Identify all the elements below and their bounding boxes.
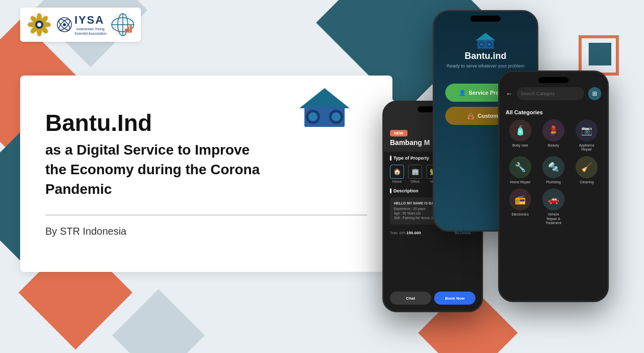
body-care-icon: 🧴 <box>509 119 531 142</box>
svg-point-26 <box>308 112 317 121</box>
subtitle-line-2: the Economy during the Corona <box>45 162 260 177</box>
category-appliance-repair[interactable]: 📷 ApplianceRepair <box>572 119 601 152</box>
logo-area: IYSA Indonesian YoungScientist Associati… <box>20 8 141 42</box>
svg-point-32 <box>480 43 484 46</box>
svg-point-14 <box>63 23 66 26</box>
globe-icon <box>111 13 135 37</box>
category-cleaning[interactable]: 🧹 Cleaning <box>572 156 601 184</box>
search-icon: ⊞ <box>592 90 597 97</box>
search-bar[interactable]: Search Category <box>517 87 584 100</box>
bantuind-floating-logo <box>297 86 352 133</box>
category-electronics[interactable]: 📻 Electronics <box>506 188 535 225</box>
bill-details-link[interactable]: Bill Details → <box>454 231 475 235</box>
provider-badge: NEW <box>390 130 408 136</box>
subtitle-line-3: Pandemic <box>45 181 112 197</box>
home-repair-icon: 🔧 <box>509 156 531 178</box>
plumbing-icon: 🔩 <box>542 156 565 178</box>
electronics-label: Electronics <box>512 213 529 217</box>
book-now-button[interactable]: Book Now <box>434 292 475 305</box>
phone-categories: ← Search Category ⊞ All Categories 🧴 Bod… <box>498 70 609 302</box>
svg-point-10 <box>37 23 41 27</box>
plumbing-label: Plumbing <box>546 180 560 184</box>
cleaning-label: Cleaning <box>580 180 594 184</box>
beauty-icon: 💄 <box>542 119 565 142</box>
electronics-icon: 📻 <box>509 188 531 210</box>
appliance-repair-label: ApplianceRepair <box>579 144 595 152</box>
subtitle-line-1: as a Digital Service to Improve <box>45 142 250 158</box>
total-label: Total: IDR 150.000 <box>390 231 421 235</box>
all-categories-title: All Categories <box>500 105 607 119</box>
svg-rect-22 <box>130 25 132 33</box>
customer-icon: 👜 <box>467 113 474 119</box>
category-vehicle-repair[interactable]: 🚗 VehicleRepair & Treatment <box>539 188 568 225</box>
bantuind-tagline: Ready to serve whatever your problem <box>447 63 525 68</box>
property-home[interactable]: 🏠 Home <box>390 165 404 183</box>
home-label: Home <box>392 180 402 183</box>
iysa-subtitle: Indonesian YoungScientist Association <box>74 27 107 36</box>
search-button[interactable]: ⊞ <box>588 87 601 100</box>
vehicle-repair-label: VehicleRepair & Treatment <box>539 213 568 225</box>
total-amount: 150.000 <box>407 231 421 235</box>
category-beauty[interactable]: 💄 Beauty <box>539 119 568 152</box>
office-label: Office <box>411 180 420 183</box>
bantuind-house-icon <box>474 32 497 51</box>
svg-point-34 <box>488 43 491 46</box>
by-text: By STR Indonesia <box>45 226 367 237</box>
phone-center-notch <box>470 16 501 22</box>
svg-marker-29 <box>475 33 495 40</box>
body-care-label: Body care <box>512 144 528 148</box>
action-buttons: Chat Book Now <box>384 292 481 311</box>
beauty-label: Beauty <box>548 144 559 148</box>
experience-text: Experience : 20 years <box>394 207 426 210</box>
service-provider-icon: 👤 <box>459 90 466 96</box>
phone-right-screen: ← Search Category ⊞ All Categories 🧴 Bod… <box>500 72 607 301</box>
logo-emblem-1 <box>26 12 52 38</box>
bantuind-app-name: Bantu.ind <box>465 51 507 61</box>
iysa-text: IYSA <box>74 14 107 27</box>
phones-container: NEW Bambang M Type of Property 🏠 Home 🏢 … <box>392 0 644 353</box>
divider <box>45 215 367 216</box>
search-placeholder: Search Category <box>521 91 555 96</box>
age-text: Age : 55 Years old <box>394 211 421 215</box>
home-icon: 🏠 <box>390 165 404 179</box>
home-repair-label: Home Repair <box>510 180 530 184</box>
category-body-care[interactable]: 🧴 Body care <box>506 119 535 152</box>
appliance-repair-icon: 📷 <box>576 119 598 142</box>
property-office[interactable]: 🏢 Office <box>408 165 422 183</box>
category-home-repair[interactable]: 🔧 Home Repair <box>506 156 535 184</box>
categories-grid: 🧴 Body care 💄 Beauty 📷 ApplianceRepair 🔧… <box>500 119 607 225</box>
svg-marker-23 <box>299 88 350 108</box>
back-arrow-icon[interactable]: ← <box>506 90 513 98</box>
category-plumbing[interactable]: 🔩 Plumbing <box>539 156 568 184</box>
svg-rect-20 <box>125 29 127 33</box>
app-subtitle: as a Digital Service to Improve the Econ… <box>45 140 367 199</box>
office-icon: 🏢 <box>408 165 422 179</box>
svg-rect-21 <box>127 27 129 33</box>
vehicle-repair-icon: 🚗 <box>542 188 565 210</box>
phone-right-notch <box>538 77 569 83</box>
cleaning-icon: 🧹 <box>576 156 598 178</box>
svg-point-28 <box>332 112 341 121</box>
chat-button[interactable]: Chat <box>390 292 431 305</box>
